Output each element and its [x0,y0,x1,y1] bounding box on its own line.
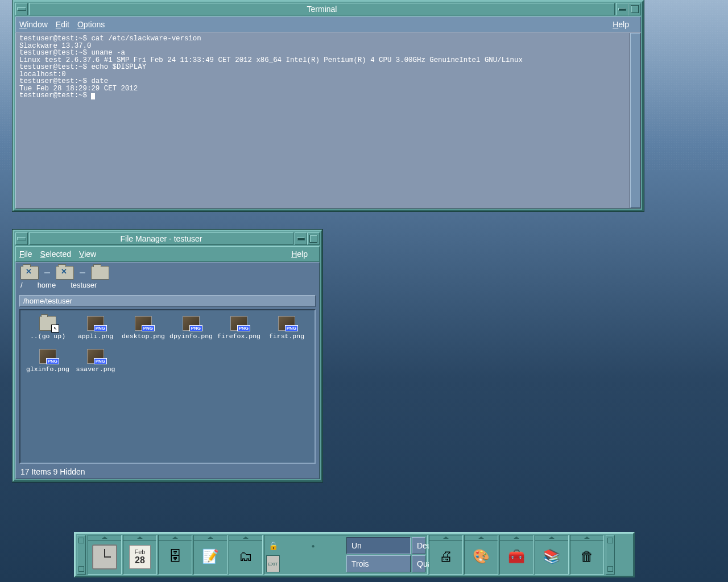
window-menu-button[interactable] [15,232,28,245]
image-file-icon [183,316,200,331]
breadcrumb-line [44,272,50,273]
maximize-button[interactable] [628,3,641,15]
maximize-button[interactable] [307,232,320,245]
folder-up-icon [39,316,56,331]
exit-button[interactable]: EXIT [266,555,280,572]
calendar-icon: Feb28 [129,545,151,569]
fm-titlebar[interactable]: File Manager - testuser [15,232,320,245]
image-file-icon [87,316,104,331]
image-file-icon [278,316,295,331]
terminal-scrollbar[interactable] [630,33,640,208]
subpanel-arrow[interactable] [535,535,568,541]
lock-icon: 🔒 [268,541,278,550]
subpanel-arrow[interactable] [465,535,498,541]
panel-handle-left[interactable] [77,535,86,575]
menu-file[interactable]: File [19,250,32,259]
workspace-un[interactable]: Un [346,537,411,554]
style-slot[interactable]: 🎨 [464,535,498,575]
subpanel-arrow[interactable] [159,535,192,541]
trash-slot[interactable]: 🗑 [570,535,604,575]
file-label: desktop.png [122,332,165,340]
subpanel-arrow[interactable] [194,535,227,541]
file-item[interactable]: desktop.png [119,316,167,349]
menu-view[interactable]: View [79,250,96,259]
file-label: ..(go up) [30,332,65,340]
file-item[interactable]: dpyinfo.png [167,316,215,349]
image-file-icon [39,349,56,364]
mail-icon: 🗂 [239,550,253,563]
file-item[interactable]: firefox.png [215,316,263,349]
help-icon: 📚 [543,550,560,563]
subpanel-arrow[interactable] [429,535,462,541]
breadcrumb-user[interactable]: testuser [71,281,97,289]
toolbox-slot[interactable]: 🧰 [499,535,533,575]
file-item[interactable]: ..(go up) [24,316,72,349]
menu-options[interactable]: Options [77,20,105,29]
folder-icon[interactable] [91,266,109,280]
toolbox-icon: 🧰 [508,550,525,563]
file-item[interactable]: glxinfo.png [24,349,72,382]
file-cabinet-icon: 🗄 [168,550,182,563]
subpanel-arrow[interactable] [123,535,156,541]
image-file-icon [135,316,152,331]
clock-slot[interactable] [88,535,122,575]
breadcrumb [16,263,319,280]
subpanel-arrow[interactable] [570,535,603,541]
workspace-trois[interactable]: Trois [346,555,411,572]
printer-slot[interactable]: 🖨 [429,535,463,575]
terminal-output[interactable]: testuser@test:~$ cat /etc/slackware-vers… [16,33,630,208]
terminal-window: Terminal Window Edit Options Help testus… [13,0,644,211]
window-menu-button[interactable] [15,3,28,15]
file-label: ssaver.png [76,365,115,373]
workspace-deux[interactable]: Deux [412,537,425,554]
breadcrumb-home[interactable]: home [38,281,56,289]
mail-slot[interactable]: 🗂 [229,535,263,575]
terminal-titlebar[interactable]: Terminal [15,3,641,15]
file-item[interactable]: appli.png [72,316,119,349]
image-file-icon [87,349,104,364]
file-item[interactable]: first.png [263,316,311,349]
subpanel-arrow[interactable] [229,535,262,541]
minimize-button[interactable] [295,232,307,245]
panel-handle-right[interactable] [606,535,615,575]
subpanel-arrow[interactable] [500,535,533,541]
terminal-menubar: Window Edit Options Help [15,16,641,32]
terminal-title: Terminal [29,3,615,15]
file-label: appli.png [78,332,113,340]
calendar-slot[interactable]: Feb28 [123,535,157,575]
notepad-slot[interactable]: 📝 [193,535,228,575]
image-file-icon [230,316,247,331]
printer-icon: 🖨 [439,550,453,563]
menu-help[interactable]: Help [613,20,629,29]
minimize-button[interactable] [616,3,628,15]
menu-edit[interactable]: Edit [56,20,69,29]
file-label: dpyinfo.png [169,332,213,340]
workspace-switcher: 🔒 Un Deux ● EXIT Trois Quatre [264,535,428,575]
panel-right-group: 🖨🎨🧰📚🗑 [428,534,605,576]
cde-front-panel: Feb28🗄📝🗂 🔒 Un Deux ● EXIT Trois Quatre 🖨… [74,532,635,577]
file-cabinet-slot[interactable]: 🗄 [158,535,192,575]
subpanel-arrow[interactable] [88,535,121,541]
panel-spacer [281,555,345,572]
folder-icon[interactable] [56,266,74,280]
path-field[interactable]: /home/testuser [19,295,316,307]
icon-view[interactable]: ..(go up)appli.pngdesktop.pngdpyinfo.png… [19,309,316,464]
style-icon: 🎨 [473,550,490,563]
notepad-icon: 📝 [202,550,219,563]
help-slot[interactable]: 📚 [535,535,569,575]
breadcrumb-root[interactable]: / [20,281,23,289]
status-bar: 17 Items 9 Hidden [16,466,319,479]
menu-selected[interactable]: Selected [40,250,72,259]
workspace-quatre[interactable]: Quatre [412,555,425,572]
lock-button[interactable]: 🔒 [266,537,280,554]
folder-icon[interactable] [20,266,39,280]
terminal-body[interactable]: testuser@test:~$ cat /etc/slackware-vers… [15,32,641,209]
cursor [91,93,95,99]
menu-help[interactable]: Help [291,250,308,259]
file-label: first.png [269,332,304,340]
file-label: firefox.png [217,332,260,340]
breadcrumb-labels: / home testuser [16,280,319,293]
file-label: glxinfo.png [26,365,69,373]
file-item[interactable]: ssaver.png [72,349,119,382]
menu-window[interactable]: Window [19,20,48,29]
